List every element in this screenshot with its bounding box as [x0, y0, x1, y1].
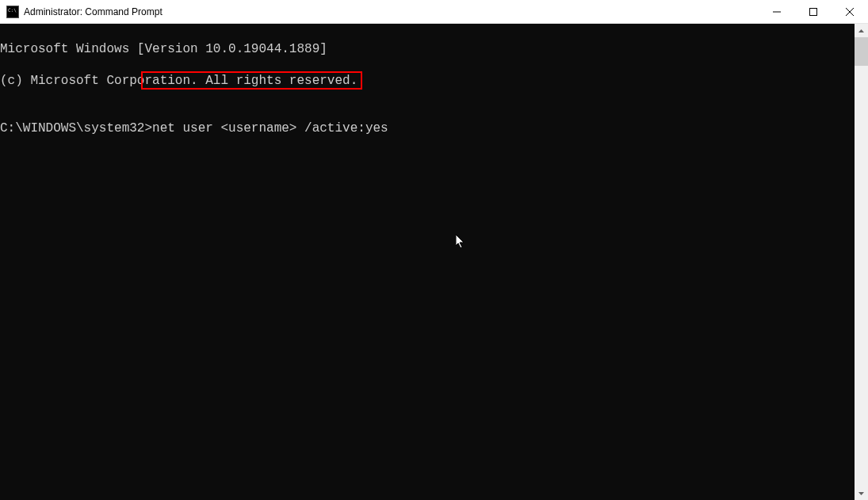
- prompt-path: C:\WINDOWS\system32>: [0, 121, 152, 135]
- window-title: Administrator: Command Prompt: [24, 6, 759, 17]
- scrollbar-track[interactable]: [855, 37, 868, 487]
- version-line: Microsoft Windows [Version 10.0.19044.18…: [0, 41, 855, 57]
- svg-rect-1: [810, 8, 817, 15]
- svg-marker-5: [858, 492, 864, 495]
- svg-marker-4: [858, 29, 864, 32]
- maximize-button[interactable]: [795, 0, 832, 23]
- close-button[interactable]: [832, 0, 868, 23]
- terminal-output[interactable]: Microsoft Windows [Version 10.0.19044.18…: [0, 24, 855, 500]
- scroll-up-button[interactable]: [855, 24, 868, 37]
- copyright-line: (c) Microsoft Corporation. All rights re…: [0, 73, 855, 89]
- typed-command: net user <username> /active:yes: [152, 121, 388, 135]
- command-prompt-icon: [6, 6, 19, 18]
- scrollbar-thumb[interactable]: [855, 37, 868, 66]
- window-controls: [759, 0, 868, 23]
- scroll-down-button[interactable]: [855, 487, 868, 500]
- window-titlebar: Administrator: Command Prompt: [0, 0, 868, 24]
- content-area: Microsoft Windows [Version 10.0.19044.18…: [0, 24, 868, 500]
- vertical-scrollbar[interactable]: [855, 24, 868, 500]
- minimize-button[interactable]: [759, 0, 795, 23]
